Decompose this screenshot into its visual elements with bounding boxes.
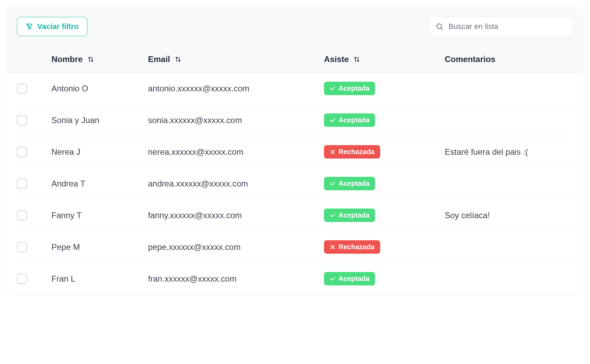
column-comments-label: Comentarios: [445, 54, 495, 64]
status-badge: Aceptada: [324, 177, 375, 190]
comment-cell: Soy celíaca!: [445, 211, 573, 220]
status-badge: Rechazada: [324, 240, 380, 254]
close-icon: [330, 244, 336, 250]
name-cell: Antonio O: [51, 84, 148, 93]
name-cell: Fran L: [51, 274, 148, 284]
toolbar: Vaciar filtro: [7, 7, 583, 46]
table-body: Antonio Oantonio.xxxxxx@xxxxx.comAceptad…: [7, 73, 583, 295]
checkbox-cell: [17, 242, 51, 252]
email-cell: fran.xxxxxx@xxxxx.com: [148, 274, 324, 284]
row-checkbox[interactable]: [17, 147, 27, 157]
table-row: Fanny Tfanny.xxxxxx@xxxxx.comAceptadaSoy…: [17, 200, 573, 231]
status-badge: Rechazada: [324, 145, 380, 159]
row-checkbox[interactable]: [17, 83, 27, 94]
column-email-label: Email: [148, 54, 170, 64]
search-input[interactable]: [449, 22, 566, 31]
email-cell: pepe.xxxxxx@xxxxx.com: [148, 242, 324, 252]
status-badge: Aceptada: [324, 272, 375, 285]
sort-icon[interactable]: [353, 55, 361, 63]
row-checkbox[interactable]: [17, 179, 27, 189]
column-checkbox: [17, 54, 51, 64]
status-badge: Aceptada: [324, 82, 375, 95]
status-label: Aceptada: [338, 84, 370, 92]
clear-filter-button[interactable]: Vaciar filtro: [17, 17, 87, 36]
table-row: Antonio Oantonio.xxxxxx@xxxxx.comAceptad…: [17, 73, 573, 104]
status-label: Rechazada: [338, 243, 375, 251]
name-cell: Andrea T: [51, 179, 148, 189]
check-icon: [330, 117, 336, 123]
checkbox-cell: [17, 210, 51, 221]
status-cell: Aceptada: [324, 113, 445, 127]
status-cell: Aceptada: [324, 272, 445, 285]
column-name-label: Nombre: [51, 54, 83, 64]
name-cell: Pepe M: [51, 242, 148, 252]
name-cell: Fanny T: [51, 211, 148, 220]
svg-line-2: [441, 28, 443, 30]
check-icon: [330, 212, 336, 219]
status-label: Rechazada: [338, 148, 375, 156]
checkbox-cell: [17, 83, 51, 94]
table-row: Sonia y Juansonia.xxxxxx@xxxxx.comAcepta…: [17, 104, 573, 136]
checkbox-cell: [17, 274, 51, 284]
check-icon: [330, 181, 336, 187]
table-row: Andrea Tandrea.xxxxxx@xxxxx.comAceptada: [17, 168, 573, 200]
table-row: Fran Lfran.xxxxxx@xxxxx.comAceptada: [17, 263, 573, 295]
status-cell: Aceptada: [324, 209, 445, 222]
checkbox-cell: [17, 115, 51, 125]
checkbox-cell: [17, 179, 51, 189]
check-icon: [330, 85, 336, 92]
close-icon: [330, 149, 336, 155]
status-label: Aceptada: [338, 180, 370, 188]
row-checkbox[interactable]: [17, 274, 27, 284]
column-attends-label: Asiste: [324, 54, 349, 64]
checkbox-cell: [17, 147, 51, 157]
status-badge: Aceptada: [324, 113, 375, 127]
row-checkbox[interactable]: [17, 210, 27, 221]
status-cell: Aceptada: [324, 177, 445, 190]
search-wrapper[interactable]: [428, 17, 573, 36]
table-row: Pepe Mpepe.xxxxxx@xxxxx.comRechazada: [17, 231, 573, 263]
search-icon: [435, 22, 444, 31]
column-comments: Comentarios: [445, 54, 573, 64]
email-cell: sonia.xxxxxx@xxxxx.com: [148, 115, 324, 125]
row-checkbox[interactable]: [17, 115, 27, 125]
status-cell: Rechazada: [324, 240, 445, 254]
column-attends[interactable]: Asiste: [324, 54, 445, 64]
column-name[interactable]: Nombre: [51, 54, 148, 64]
status-label: Aceptada: [338, 211, 370, 219]
table-header: Nombre Email Asiste Comentarios: [7, 46, 583, 73]
email-cell: fanny.xxxxxx@xxxxx.com: [148, 211, 324, 220]
email-cell: andrea.xxxxxx@xxxxx.com: [148, 179, 324, 189]
email-cell: nerea.xxxxxx@xxxxx.com: [148, 147, 324, 157]
clear-filter-label: Vaciar filtro: [37, 22, 79, 31]
status-cell: Aceptada: [324, 82, 445, 95]
guest-list-panel: Vaciar filtro Nombre Email: [7, 7, 583, 295]
status-badge: Aceptada: [324, 209, 375, 222]
name-cell: Nerea J: [51, 147, 148, 157]
column-email[interactable]: Email: [148, 54, 324, 64]
email-cell: antonio.xxxxxx@xxxxx.com: [148, 84, 324, 93]
row-checkbox[interactable]: [17, 242, 27, 252]
filter-off-icon: [26, 23, 33, 30]
sort-icon[interactable]: [87, 55, 95, 63]
sort-icon[interactable]: [174, 55, 182, 63]
name-cell: Sonia y Juan: [51, 115, 148, 125]
comment-cell: Estaré fuera del pais :(: [445, 147, 573, 157]
svg-line-0: [27, 24, 32, 29]
check-icon: [330, 276, 336, 282]
table-row: Nerea Jnerea.xxxxxx@xxxxx.comRechazadaEs…: [17, 136, 573, 168]
status-cell: Rechazada: [324, 145, 445, 159]
status-label: Aceptada: [338, 275, 370, 283]
status-label: Aceptada: [338, 116, 370, 124]
